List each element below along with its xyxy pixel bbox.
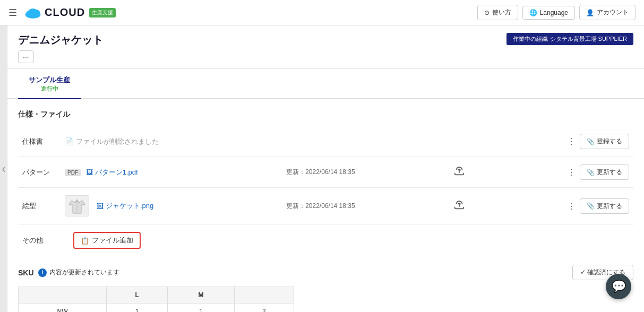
spec-sheet-file-area: 📄 ファイルが削除されました <box>61 126 282 157</box>
app-header: ☰ CLOUD 生産支援 ⊙ 使い方 🌐 Language <box>0 0 644 25</box>
sku-col-header-M: M <box>168 287 235 304</box>
pattern-upload-area <box>449 157 481 188</box>
file-actions: ⋮ 📎 更新する <box>485 164 630 180</box>
table-row: NW 1 1 2 <box>19 304 294 313</box>
sku-col-header-0 <box>19 287 107 304</box>
org-name: シタテル背景工場 SUPPLIER <box>550 35 627 43</box>
tab-sample-production[interactable]: サンプル生産 進行中 <box>18 69 81 99</box>
drawing-file-area: 🖼 ジャケット.png <box>61 188 282 224</box>
sku-header: SKU i 内容が更新されています ✓ 確認済にする <box>18 265 633 280</box>
image-icon: 🖼 <box>97 202 104 210</box>
sku-cell-3: 2 <box>234 304 294 313</box>
logo: CLOUD 生産支援 <box>23 6 116 20</box>
file-actions: ⋮ 📎 更新する <box>485 198 630 214</box>
register-button[interactable]: 📎 登録する <box>580 134 629 149</box>
paperclip-icon: 📎 <box>587 202 595 210</box>
drawing-file-link[interactable]: 🖼 ジャケット.png <box>97 201 153 211</box>
drawing-upload-area <box>449 188 481 224</box>
usage-button[interactable]: ⊙ 使い方 <box>477 5 518 20</box>
pattern-update-time: 更新：2022/06/14 18:35 <box>282 157 449 188</box>
header-right: ⊙ 使い方 🌐 Language 👤 アカウント <box>477 5 636 20</box>
tab-label: サンプル生産 <box>29 75 70 85</box>
pattern-file-area: PDF 🖼 パターン1.pdf <box>61 157 282 188</box>
account-icon: 👤 <box>586 9 594 16</box>
info-icon: i <box>38 268 47 277</box>
tabs-row: サンプル生産 進行中 <box>7 69 644 99</box>
file-table: 仕様書 📄 ファイルが削除されました ⋮ 📎 <box>18 126 633 224</box>
page-title: デニムジャケット <box>18 33 103 47</box>
jacket-thumbnail <box>65 195 89 216</box>
spec-section-title: 仕様・ファイル <box>18 110 633 126</box>
update-drawing-button[interactable]: 📎 更新する <box>580 198 629 214</box>
file-deleted-text: 📄 ファイルが削除されました <box>65 137 159 146</box>
more-icon[interactable]: ⋮ <box>567 167 576 177</box>
hamburger-icon[interactable]: ☰ <box>8 7 17 19</box>
sku-row-label: NW <box>19 304 107 313</box>
spec-sheet-spacer <box>449 126 481 157</box>
sidebar-toggle[interactable]: ❮ <box>0 25 7 312</box>
file-add-icon: 📋 <box>81 237 89 245</box>
spec-sheet-label: 仕様書 <box>18 126 61 157</box>
content-area: デニムジャケット ··· 作業中の組織 シタテル背景工場 SUPPLIER サン… <box>7 25 644 312</box>
tab-sublabel: 進行中 <box>29 85 70 93</box>
language-label: Language <box>540 9 568 16</box>
other-label: その他 <box>22 236 65 245</box>
header-left: ☰ CLOUD 生産支援 <box>8 6 116 20</box>
language-button[interactable]: 🌐 Language <box>522 6 575 20</box>
svg-point-3 <box>28 8 38 15</box>
more-options-button[interactable]: ··· <box>18 50 34 63</box>
logo-badge: 生産支援 <box>89 8 116 18</box>
other-row: その他 📋 ファイル追加 <box>18 224 633 256</box>
sku-cell-L: 1 <box>107 304 168 313</box>
paperclip-icon: 📎 <box>587 169 595 176</box>
chat-icon: 💬 <box>612 280 626 293</box>
sku-title-area: SKU i 内容が更新されています <box>18 268 119 277</box>
table-row: 仕様書 📄 ファイルが削除されました ⋮ 📎 <box>18 126 633 157</box>
paperclip-icon: 📎 <box>587 138 595 145</box>
main-wrapper: ❮ デニムジャケット ··· 作業中の組織 シタテル背景工場 SUPPLIER … <box>0 25 644 312</box>
drawing-label: 絵型 <box>18 188 61 224</box>
file-icon: 📄 <box>65 137 73 145</box>
usage-label: 使い方 <box>492 8 511 17</box>
page-header: デニムジャケット ··· 作業中の組織 シタテル背景工場 SUPPLIER <box>7 25 644 69</box>
file-add-button[interactable]: 📋 ファイル追加 <box>73 232 141 249</box>
usage-icon: ⊙ <box>484 9 490 16</box>
org-badge: 作業中の組織 シタテル背景工場 SUPPLIER <box>506 33 633 45</box>
upload-icon[interactable] <box>453 202 465 213</box>
sku-col-header-3 <box>234 287 294 304</box>
sku-section: SKU i 内容が更新されています ✓ 確認済にする L M <box>7 256 644 312</box>
drawing-update-time: 更新：2022/06/14 18:35 <box>282 188 449 224</box>
file-actions: ⋮ 📎 登録する <box>485 134 630 149</box>
more-icon[interactable]: ⋮ <box>567 201 576 211</box>
table-row: 絵型 🖼 <box>18 188 633 224</box>
language-icon: 🌐 <box>529 9 537 16</box>
table-row: パターン PDF 🖼 パターン1.pdf 更新：2022/06/14 18:35 <box>18 157 633 188</box>
drawing-actions: ⋮ 📎 更新する <box>481 188 634 224</box>
sku-col-header-L: L <box>107 287 168 304</box>
logo-text: CLOUD <box>45 6 85 19</box>
image-icon: 🖼 <box>86 168 93 176</box>
more-icon[interactable]: ⋮ <box>567 136 576 146</box>
pattern-label: パターン <box>18 157 61 188</box>
pattern-actions: ⋮ 📎 更新する <box>481 157 634 188</box>
sku-table: L M NW 1 1 2 <box>18 287 294 312</box>
sku-notice: i 内容が更新されています <box>38 268 119 277</box>
pdf-badge: PDF <box>65 169 81 176</box>
logo-area: CLOUD 生産支援 <box>23 6 116 20</box>
spec-sheet-actions: ⋮ 📎 登録する <box>481 126 634 157</box>
pattern-file-link[interactable]: 🖼 パターン1.pdf <box>86 168 138 177</box>
chevron-left-icon: ❮ <box>2 166 6 172</box>
update-pattern-button[interactable]: 📎 更新する <box>580 164 629 180</box>
org-label: 作業中の組織 <box>513 35 548 43</box>
sku-title: SKU <box>18 268 34 277</box>
page-header-left: デニムジャケット ··· <box>18 33 103 63</box>
account-button[interactable]: 👤 アカウント <box>579 5 636 20</box>
spec-section: 仕様・ファイル 仕様書 📄 ファイルが削除されました <box>7 99 644 256</box>
upload-icon[interactable] <box>453 168 465 179</box>
cloud-icon <box>23 6 42 20</box>
chat-fab-button[interactable]: 💬 <box>606 274 631 299</box>
account-label: アカウント <box>597 8 629 17</box>
sku-cell-M: 1 <box>168 304 235 313</box>
spec-sheet-update-time <box>282 126 449 157</box>
